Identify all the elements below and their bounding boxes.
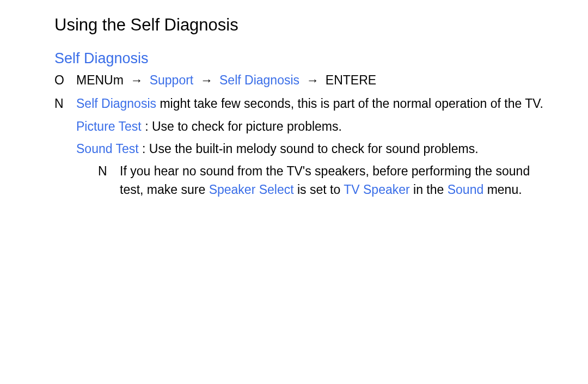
colon: : (142, 142, 149, 156)
speaker-select-label: Speaker Select (209, 182, 294, 197)
page-title: Using the Self Diagnosis (54, 15, 550, 35)
arrow-icon: → (127, 73, 149, 87)
tv-speaker-label: TV Speaker (344, 182, 409, 197)
section-subtitle: Self Diagnosis (54, 50, 550, 67)
note-text: Self Diagnosis might take few seconds, t… (76, 95, 543, 113)
picture-test-rest: Use to check for picture problems. (152, 119, 342, 133)
picture-test-lead: Picture Test (76, 119, 142, 133)
enter-suffix: E (368, 73, 376, 87)
sound-test-row: Sound Test : Use the built-in melody sou… (76, 140, 550, 158)
note-row: N Self Diagnosis might take few seconds,… (54, 95, 550, 113)
bullet-o-icon: O (54, 71, 76, 89)
nested-note-row: N If you hear no sound from the TV's spe… (98, 162, 550, 199)
picture-test-row: Picture Test : Use to check for picture … (76, 118, 550, 136)
sound-test-rest: Use the built-in melody sound to check f… (149, 142, 479, 156)
colon: : (145, 119, 152, 133)
menu-suffix: m (113, 73, 124, 87)
note-lead: Self Diagnosis (76, 96, 156, 111)
sound-menu-label: Sound (448, 182, 484, 197)
menu-label: MENU (76, 73, 113, 87)
nested-note-t2: is set to (294, 182, 344, 197)
crumb-self-diagnosis: Self Diagnosis (219, 73, 299, 87)
arrow-icon: → (197, 73, 219, 87)
note-rest: might take few seconds, this is part of … (156, 96, 543, 111)
nested-note-text: If you hear no sound from the TV's speak… (120, 162, 550, 199)
note-n-icon: N (98, 162, 120, 180)
nested-note-t3: in the (410, 182, 448, 197)
arrow-icon: → (303, 73, 325, 87)
menu-path-row: O MENUm → Support → Self Diagnosis → ENT… (54, 71, 550, 89)
sound-test-lead: Sound Test (76, 142, 139, 156)
enter-label: ENTER (326, 73, 368, 87)
nested-note-t4: menu. (483, 182, 522, 197)
crumb-support: Support (150, 73, 194, 87)
note-n-icon: N (54, 95, 76, 113)
picture-test-text: Picture Test : Use to check for picture … (76, 118, 342, 136)
menu-path: MENUm → Support → Self Diagnosis → ENTER… (76, 71, 376, 89)
sound-test-text: Sound Test : Use the built-in melody sou… (76, 140, 479, 158)
